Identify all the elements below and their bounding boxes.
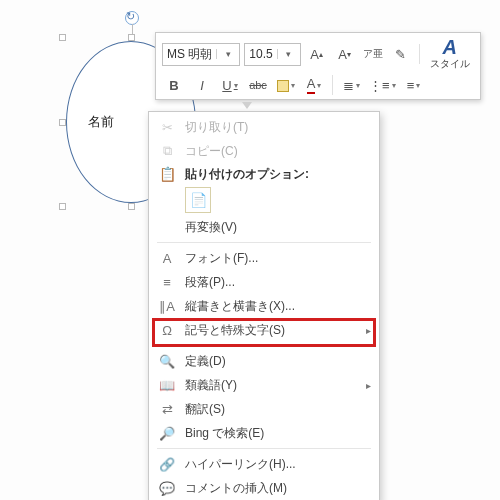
separator (157, 242, 371, 243)
symbols-icon: Ω (155, 323, 179, 338)
highlight-color-button[interactable]: ▾ (274, 75, 298, 95)
menu-new-comment[interactable]: 💬 コメントの挿入(M) (149, 476, 379, 500)
phonetic-guide-button[interactable]: ア亜 (361, 44, 385, 64)
format-painter-button[interactable]: ✎ (389, 44, 413, 64)
separator (419, 44, 420, 64)
shape-label: 名前 (88, 113, 114, 131)
menu-font[interactable]: A フォント(F)... (149, 246, 379, 270)
paste-option-keep-text[interactable]: 📄 (149, 185, 379, 215)
menu-copy[interactable]: ⧉ コピー(C) (149, 139, 379, 163)
menu-cut[interactable]: ✂ 切り取り(T) (149, 115, 379, 139)
thesaurus-icon: 📖 (155, 378, 179, 393)
search-icon: 🔎 (155, 426, 179, 441)
font-size-value: 10.5 (245, 47, 276, 61)
font-size-combo[interactable]: 10.5 ▾ (244, 43, 300, 66)
mini-toolbar: MS 明朝 ▾ 10.5 ▾ A▴ A▾ ア亜 ✎ A スタイル B I U▾ … (155, 32, 481, 100)
paragraph-icon: ≡ (155, 275, 179, 290)
separator (332, 75, 333, 95)
menu-bing-search[interactable]: 🔎 Bing で検索(E) (149, 421, 379, 445)
chevron-right-icon: ▸ (366, 325, 371, 336)
menu-symbols[interactable]: Ω 記号と特殊文字(S) ▸ (149, 318, 379, 342)
strikethrough-button[interactable]: abc (246, 75, 270, 95)
translate-icon: ⇄ (155, 402, 179, 417)
styles-icon: A (442, 37, 456, 57)
chevron-down-icon: ▾ (216, 49, 239, 59)
font-name-combo[interactable]: MS 明朝 ▾ (162, 43, 240, 66)
bullets-button[interactable]: ≣▾ (339, 75, 363, 95)
menu-paragraph[interactable]: ≡ 段落(P)... (149, 270, 379, 294)
shrink-font-button[interactable]: A▾ (333, 44, 357, 64)
context-menu: ✂ 切り取り(T) ⧉ コピー(C) 📋 貼り付けのオプション: 📄 再変換(V… (148, 111, 380, 500)
resize-handle[interactable] (128, 34, 135, 41)
resize-handle[interactable] (128, 203, 135, 210)
menu-thesaurus[interactable]: 📖 類義語(Y) ▸ (149, 373, 379, 397)
font-name-value: MS 明朝 (163, 46, 216, 63)
menu-text-direction[interactable]: ∥A 縦書きと横書き(X)... (149, 294, 379, 318)
numbering-button[interactable]: ⋮≡▾ (367, 75, 398, 95)
rotate-handle[interactable] (125, 11, 139, 25)
link-icon: 🔗 (155, 457, 179, 472)
menu-define[interactable]: 🔍 定義(D) (149, 349, 379, 373)
copy-icon: ⧉ (155, 143, 179, 159)
paste-keep-text-icon: 📄 (185, 187, 211, 213)
resize-handle[interactable] (59, 119, 66, 126)
menu-hyperlink[interactable]: 🔗 ハイパーリンク(H)... (149, 452, 379, 476)
chevron-right-icon: ▸ (366, 380, 371, 391)
italic-button[interactable]: I (190, 75, 214, 95)
grow-font-button[interactable]: A▴ (305, 44, 329, 64)
chevron-down-icon: ▾ (277, 49, 300, 59)
define-icon: 🔍 (155, 354, 179, 369)
indent-button[interactable]: ≡▾ (402, 75, 426, 95)
font-icon: A (155, 251, 179, 266)
styles-button[interactable]: A スタイル (426, 37, 474, 71)
clipboard-icon: 📋 (155, 166, 179, 182)
text-direction-icon: ∥A (155, 299, 179, 314)
separator (157, 448, 371, 449)
menu-reconvert[interactable]: 再変換(V) (149, 215, 379, 239)
separator (157, 345, 371, 346)
bold-button[interactable]: B (162, 75, 186, 95)
scissors-icon: ✂ (155, 120, 179, 135)
paste-options-label: 📋 貼り付けのオプション: (149, 163, 379, 185)
resize-handle[interactable] (59, 203, 66, 210)
underline-button[interactable]: U▾ (218, 75, 242, 95)
comment-icon: 💬 (155, 481, 179, 496)
menu-translate[interactable]: ⇄ 翻訳(S) (149, 397, 379, 421)
resize-handle[interactable] (59, 34, 66, 41)
font-color-button[interactable]: A▾ (302, 75, 326, 95)
toolbar-pointer (242, 102, 252, 109)
